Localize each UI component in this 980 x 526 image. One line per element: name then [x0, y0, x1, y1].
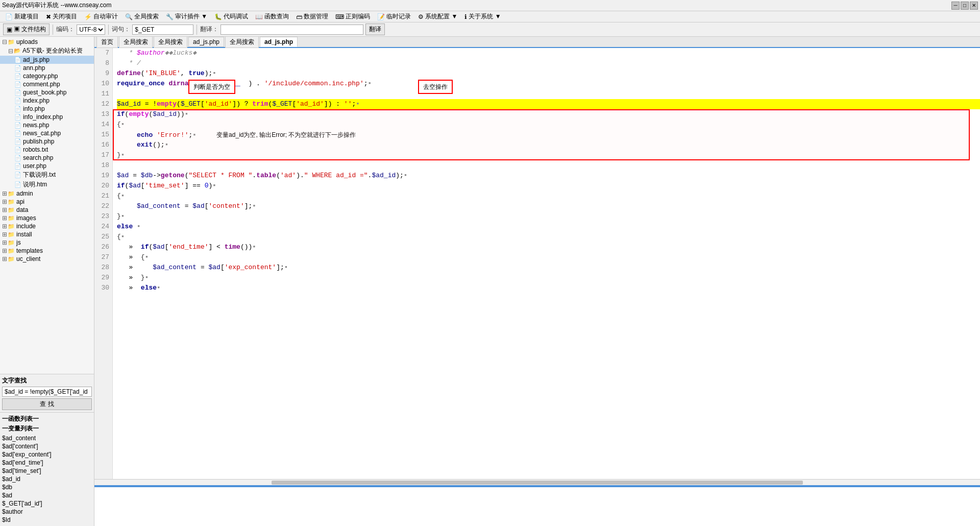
code-text-28: » $ad_content = $ad['exp_content'];▪: [117, 264, 288, 271]
horizontal-scrollbar[interactable]: [94, 479, 980, 485]
tab-home[interactable]: 首页: [96, 37, 118, 48]
tree-item-ann[interactable]: 📄 ann.php: [0, 64, 94, 72]
var-ad-exp-content[interactable]: $ad['exp_content']: [2, 450, 92, 459]
menu-about[interactable]: ℹ 关于系统 ▼: [461, 11, 504, 22]
tree-item-data[interactable]: ⊞ 📁 data: [0, 206, 94, 214]
tree-item-guestbook[interactable]: 📄 guest_book.php: [0, 88, 94, 97]
menu-close-project[interactable]: ✖ 关闭项目: [43, 11, 80, 22]
menu-data-manage[interactable]: 🗃 数据管理: [293, 11, 331, 22]
var-ad[interactable]: $ad: [2, 491, 92, 499]
tab-global-search-3[interactable]: 全局搜索: [225, 37, 259, 48]
var-ad-time-set[interactable]: $ad['time_set']: [2, 467, 92, 475]
tree-item-search[interactable]: 📄 search.php: [0, 154, 94, 162]
tree-label-news-cat: news_cat.php: [23, 130, 61, 137]
file-icon-readme: 📄: [14, 181, 21, 188]
tree-label-readme: 说明.htm: [23, 180, 47, 189]
tree-item-templates[interactable]: ⊞ 📁 templates: [0, 247, 94, 255]
ln-23: 23: [97, 211, 109, 222]
code-line-26: » if($ad['end_time'] < time())▪: [117, 242, 980, 252]
menu-auto-audit[interactable]: ⚡ 自动审计: [81, 11, 121, 22]
code-text-20: if($ad['time_set'] == 0)▪: [117, 182, 216, 189]
tab-global-search-1[interactable]: 全局搜索: [119, 37, 153, 48]
file-struct-btn[interactable]: ▣ ▣ 文件结构: [3, 23, 50, 35]
tree-item-uc-client[interactable]: ⊞ 📁 uc_client: [0, 255, 94, 263]
code-text-19: $ad = $db->getone("SELECT * FROM ".table…: [117, 172, 408, 179]
var-ad-content[interactable]: $ad_content: [2, 434, 92, 442]
encoding-select[interactable]: UTF-8 GBK: [77, 25, 105, 35]
menu-new-project[interactable]: 📄 新建项目: [2, 11, 42, 22]
menu-code-debug[interactable]: 🐛 代码调试: [211, 11, 251, 22]
tree-item-news[interactable]: 📄 news.php: [0, 121, 94, 129]
menu-sys-config[interactable]: ⚙ 系统配置 ▼: [415, 11, 460, 22]
tree-item-info[interactable]: 📄 info.php: [0, 105, 94, 113]
tree-item-a5[interactable]: ⊟ 📂 A5下载- 更全的站长资: [0, 46, 94, 56]
code-line-15: echo 'Error!';▪ 变量ad_id为空, 输出Error; 不为空就…: [117, 130, 980, 140]
tree-item-publish[interactable]: 📄 publish.php: [0, 137, 94, 146]
search-title: 文字查找: [2, 376, 92, 385]
toolbar-sep-2: [108, 25, 109, 35]
tree-label-index: index.php: [23, 97, 50, 104]
tree-item-images[interactable]: ⊞ 📁 images: [0, 214, 94, 222]
tree-item-admin[interactable]: ⊞ 📁 admin: [0, 189, 94, 198]
tree-item-js[interactable]: ⊞ 📁 js: [0, 238, 94, 247]
tree-label-robots: robots.txt: [23, 146, 48, 153]
tree-label-data: data: [16, 206, 28, 213]
var-ad-end-time[interactable]: $ad['end_time']: [2, 459, 92, 467]
translate-input[interactable]: [220, 25, 363, 35]
tree-item-api[interactable]: ⊞ 📁 api: [0, 198, 94, 206]
keyword-input[interactable]: [132, 25, 193, 35]
tree-item-include[interactable]: ⊞ 📁 include: [0, 222, 94, 230]
tree-item-robots[interactable]: 📄 robots.txt: [0, 146, 94, 154]
menu-func-query[interactable]: 📖 函数查询: [252, 11, 292, 22]
translate-button[interactable]: 翻译: [365, 23, 385, 35]
search-panel: 文字查找 查 找: [0, 374, 94, 412]
tree-item-comment[interactable]: 📄 comment.php: [0, 80, 94, 88]
minimize-button[interactable]: ─: [951, 2, 960, 10]
menu-regex-encode[interactable]: ⌨ 正则编码: [332, 11, 373, 22]
expand-icon-api: ⊞: [2, 198, 7, 205]
menu-global-search[interactable]: 🔍 全局搜索: [122, 11, 162, 22]
tree-label-user: user.php: [23, 162, 46, 170]
menu-temp-record[interactable]: 📝 临时记录: [374, 11, 414, 22]
search-input[interactable]: [2, 387, 92, 397]
var-ad-id[interactable]: $ad_id: [2, 475, 92, 483]
tree-item-category[interactable]: 📄 category.php: [0, 72, 94, 80]
var-author[interactable]: $author: [2, 508, 92, 516]
ln-27: 27: [97, 252, 109, 262]
code-text-24: else ▪: [117, 223, 141, 230]
var-get-ad-id[interactable]: $_GET['ad_id']: [2, 499, 92, 508]
file-icon-index: 📄: [14, 98, 21, 104]
tab-global-search-2[interactable]: 全局搜索: [154, 37, 187, 48]
var-id[interactable]: $Id: [2, 516, 92, 524]
tree-item-info-index[interactable]: 📄 info_index.php: [0, 113, 94, 121]
tree-item-ad-js[interactable]: 📄 ad_js.php: [0, 56, 94, 64]
audit-plugin-icon: 🔧: [166, 13, 174, 20]
code-text-23: }▪: [117, 212, 125, 220]
close-button[interactable]: ✕: [970, 2, 978, 10]
code-line-14: {▪: [117, 119, 980, 130]
file-icon-news-cat: 📄: [14, 130, 21, 137]
code-line-12: $ad_id = !empty($_GET['ad_id']) ? trim($…: [117, 99, 980, 109]
ln-29: 29: [97, 273, 109, 283]
tree-label-admin: admin: [16, 190, 33, 197]
expand-icon-js: ⊞: [2, 239, 7, 246]
menu-audit-plugin[interactable]: 🔧 审计插件 ▼: [163, 11, 210, 22]
tree-item-news-cat[interactable]: 📄 news_cat.php: [0, 129, 94, 137]
tab-ad-js-php-active[interactable]: ad_js.php: [260, 37, 298, 47]
search-button[interactable]: 查 找: [2, 398, 92, 410]
folder-icon-data: 📁: [8, 207, 15, 213]
tree-root[interactable]: ⊟ 📁 uploads: [0, 38, 94, 46]
code-text-11: [117, 90, 121, 98]
tree-item-download[interactable]: 📄 下载说明.txt: [0, 170, 94, 180]
var-db[interactable]: $db: [2, 483, 92, 491]
tree-item-install[interactable]: ⊞ 📁 install: [0, 230, 94, 238]
tree-item-user[interactable]: 📄 user.php: [0, 162, 94, 170]
code-text-25: {▪: [117, 233, 125, 241]
tree-item-index[interactable]: 📄 index.php: [0, 97, 94, 105]
maximize-button[interactable]: □: [961, 2, 969, 10]
tree-item-readme[interactable]: 📄 说明.htm: [0, 180, 94, 189]
var-ad-content-key[interactable]: $ad['content']: [2, 442, 92, 450]
tree-label-include: include: [16, 223, 36, 230]
tree-label-ad-js: ad_js.php: [23, 56, 50, 63]
tab-ad-js-php[interactable]: ad_js.php: [188, 37, 224, 47]
